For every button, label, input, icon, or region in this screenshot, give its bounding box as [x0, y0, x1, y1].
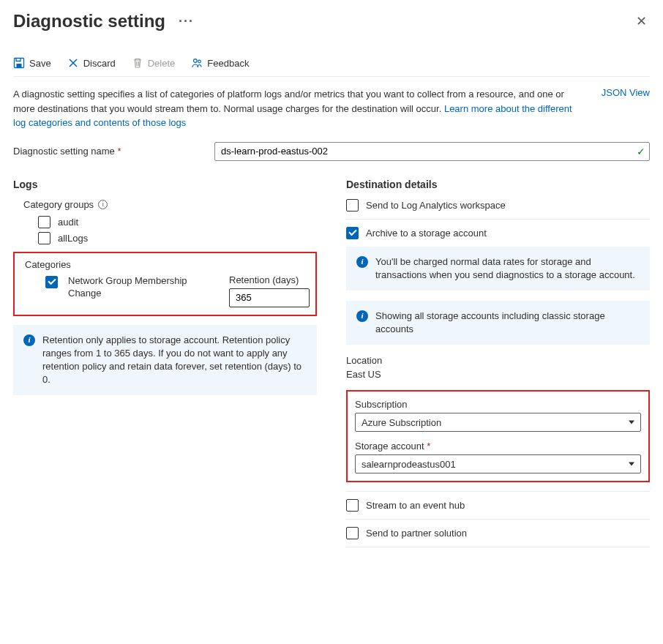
retention-note: Retention only applies to storage accoun… [42, 334, 307, 387]
delete-button-label: Delete [148, 58, 176, 69]
description-text: A diagnostic setting specifies a list of… [13, 87, 580, 130]
page-title: Diagnostic setting [13, 11, 165, 31]
svg-rect-1 [17, 64, 22, 67]
subscription-label: Subscription [355, 399, 641, 410]
storage-checkbox[interactable] [346, 227, 359, 239]
alllogs-checkbox[interactable] [38, 232, 50, 244]
destination-heading: Destination details [346, 179, 650, 190]
feedback-button-label: Feedback [207, 58, 249, 69]
json-view-link[interactable]: JSON View [602, 87, 650, 130]
info-icon: i [356, 310, 368, 322]
categories-label: Categories [25, 259, 310, 270]
close-icon[interactable]: ✕ [633, 10, 650, 32]
info-icon: i [23, 334, 35, 346]
law-checkbox-label: Send to Log Analytics workspace [366, 200, 506, 211]
discard-icon [67, 57, 79, 69]
discard-button[interactable]: Discard [67, 57, 116, 69]
subscription-dropdown[interactable]: Azure Subscription [355, 413, 641, 432]
discard-button-label: Discard [83, 58, 116, 69]
logs-heading: Logs [13, 179, 317, 190]
eventhub-checkbox[interactable] [346, 499, 359, 512]
save-button[interactable]: Save [13, 57, 51, 69]
audit-checkbox[interactable] [38, 216, 50, 228]
svg-point-3 [198, 60, 201, 63]
chevron-down-icon [629, 463, 634, 466]
categories-highlight: Categories Network Group Membership Chan… [13, 252, 317, 316]
more-actions-button[interactable]: ··· [179, 14, 194, 29]
delete-icon [132, 57, 143, 69]
category-groups-label: Category groups [23, 199, 94, 210]
eventhub-checkbox-label: Stream to an event hub [366, 500, 465, 511]
partner-checkbox-label: Send to partner solution [366, 528, 467, 539]
storage-account-dropdown-value: salearnprodeastus001 [362, 459, 456, 470]
net-group-change-checkbox[interactable] [45, 276, 58, 288]
location-value: East US [346, 369, 650, 380]
partner-checkbox[interactable] [346, 527, 359, 539]
destination-column: Destination details Send to Log Analytic… [346, 179, 650, 555]
svg-point-2 [194, 59, 198, 63]
valid-check-icon: ✓ [637, 146, 645, 157]
chevron-down-icon [629, 421, 634, 424]
net-group-change-label: Network Group Membership Change [68, 274, 200, 300]
storage-account-dropdown[interactable]: salearnprodeastus001 [355, 454, 641, 473]
storage-account-label: Storage account * [355, 441, 641, 452]
alllogs-checkbox-label: allLogs [58, 233, 88, 244]
delete-button: Delete [132, 57, 176, 69]
setting-name-label: Diagnostic setting name * [13, 146, 214, 157]
storage-checkbox-label: Archive to a storage account [366, 228, 487, 239]
command-bar: Save Discard Delete Feedback [13, 45, 650, 77]
audit-checkbox-label: audit [58, 217, 78, 228]
logs-column: Logs Category groups i audit allLogs Cat… [13, 179, 317, 555]
storage-rates-note: You'll be charged normal data rates for … [375, 255, 640, 282]
save-icon [13, 57, 25, 69]
retention-label: Retention (days) [229, 274, 310, 285]
storage-accounts-note: Showing all storage accounts including c… [375, 310, 640, 336]
panel-header: Diagnostic setting ··· ✕ [13, 10, 650, 32]
save-button-label: Save [29, 58, 51, 69]
law-checkbox[interactable] [346, 199, 359, 211]
feedback-button[interactable]: Feedback [191, 57, 249, 69]
info-icon: i [356, 256, 368, 268]
feedback-icon [191, 57, 203, 69]
info-icon[interactable]: i [98, 200, 108, 209]
subscription-dropdown-value: Azure Subscription [362, 417, 441, 428]
setting-name-input[interactable] [214, 142, 650, 161]
location-label: Location [346, 355, 650, 366]
retention-input[interactable] [229, 288, 310, 307]
